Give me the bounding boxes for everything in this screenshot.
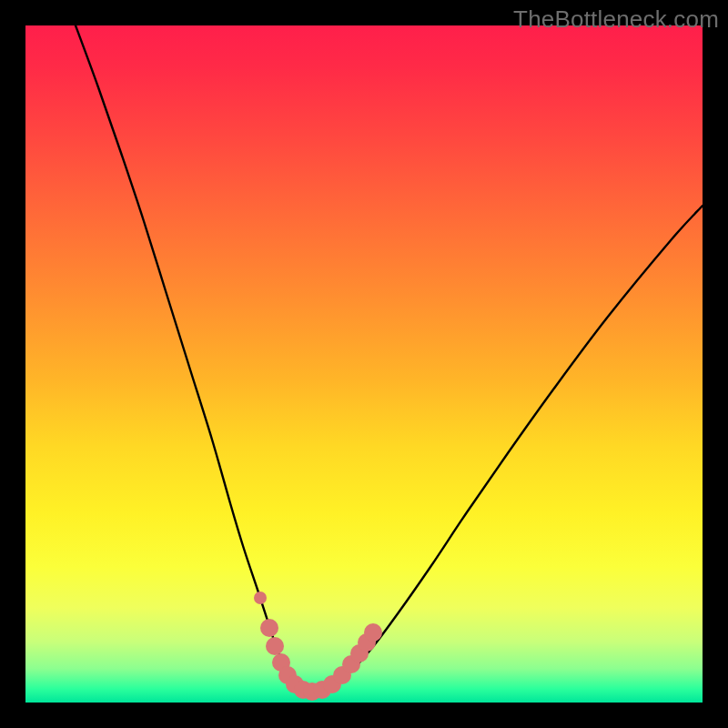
bottleneck-curve xyxy=(76,25,703,693)
chart-frame: TheBottleneck.com xyxy=(0,0,728,728)
plot-area xyxy=(25,25,703,703)
bottleneck-curve-svg xyxy=(25,25,703,703)
curve-marker-segment-1 xyxy=(266,637,284,655)
curve-markers xyxy=(254,592,382,701)
watermark-text: TheBottleneck.com xyxy=(513,5,719,34)
curve-marker-segment-0 xyxy=(260,619,278,637)
curve-marker-segment-13 xyxy=(364,623,382,642)
curve-marker-dot xyxy=(254,592,267,604)
